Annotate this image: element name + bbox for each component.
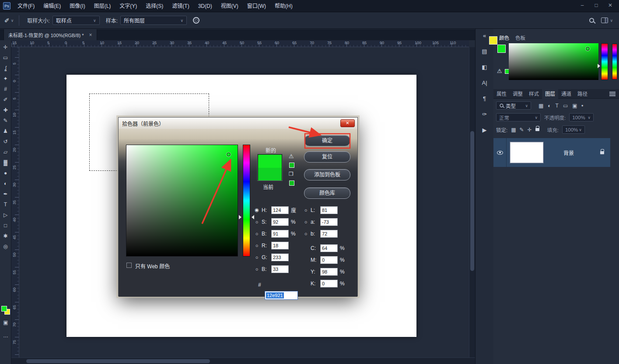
color-gradient-field[interactable] [126, 145, 238, 257]
brush-tool-icon[interactable]: ✎ [0, 115, 11, 126]
dialog-close-button[interactable]: ✕ [340, 119, 355, 127]
hand-tool-icon[interactable]: ✱ [0, 231, 11, 241]
filter-type-layers-icon[interactable]: T [556, 103, 559, 109]
field-value-input[interactable]: 33 [271, 265, 289, 273]
menu-item[interactable]: 编辑(E) [39, 0, 65, 12]
tab-layers[interactable]: 图层 [542, 89, 558, 99]
radio-button[interactable]: ○ [303, 219, 308, 225]
layers-panel-menu-icon[interactable] [609, 92, 616, 96]
blend-mode-select[interactable]: 正常 ∨ [496, 113, 541, 121]
lock-pixels-icon[interactable]: ✎ [520, 127, 524, 133]
document-tab[interactable]: 未标题-1-恢复的 @ 100%(RGB/8) * × [3, 29, 97, 40]
close-tab-icon[interactable]: × [89, 32, 92, 38]
menu-item[interactable]: 图层(L) [90, 0, 115, 12]
app-logo-icon[interactable]: Ps [3, 2, 10, 10]
vertical-scrollbar[interactable] [469, 47, 475, 357]
filter-smart-objects-icon[interactable]: ▣ [572, 103, 577, 109]
move-tool-icon[interactable]: ✛ [0, 42, 11, 52]
panel-tab[interactable]: 通道 [558, 89, 574, 99]
eyedropper-tool-icon[interactable]: ✐ [0, 94, 11, 105]
horizontal-scrollbar[interactable] [11, 357, 475, 364]
filter-toggle-icon[interactable]: ● [581, 104, 584, 107]
field-value-input[interactable]: 72 [320, 230, 338, 238]
filter-pixel-layers-icon[interactable]: ▦ [539, 103, 543, 109]
hex-input[interactable]: 12e921 [265, 291, 298, 300]
field-value-input[interactable]: 0 [320, 256, 338, 264]
current-tool-button[interactable]: ✐ ∨ [0, 12, 17, 28]
menu-item[interactable]: 窗口(W) [243, 0, 270, 12]
hue-slider-left-arrow[interactable] [239, 215, 241, 219]
gamut-warning-icon[interactable]: ⚠ [497, 68, 502, 74]
web-colors-checkbox[interactable] [126, 263, 132, 268]
workspace-switcher[interactable]: ∨ [601, 17, 613, 23]
fill-select[interactable]: 100% ∨ [562, 125, 585, 134]
type-tool-icon[interactable]: T [0, 199, 11, 210]
web-safe-cube-icon[interactable]: ❒ [289, 171, 294, 177]
clone-stamp-tool-icon[interactable]: ♟ [0, 126, 11, 136]
pen-tool-icon[interactable]: ✒ [0, 189, 11, 199]
field-value-input[interactable]: 64 [320, 244, 338, 252]
menu-item[interactable]: 滤镜(T) [168, 0, 193, 12]
dialog-title-bar[interactable]: 拾色器（前景色） ✕ [119, 118, 357, 129]
field-value-input[interactable]: 92 [271, 218, 289, 226]
foreground-background-swatches[interactable] [1, 306, 10, 315]
lock-all-icon[interactable] [535, 128, 539, 131]
sample-layers-select[interactable]: 所有图层 ∨ [120, 16, 187, 25]
screen-mode-icon[interactable]: … [0, 330, 11, 341]
properties-panel-icon[interactable]: ▤ [479, 46, 490, 56]
field-value-input[interactable]: -73 [320, 218, 338, 226]
gamut-warning-icon[interactable]: ⚠ [289, 153, 294, 159]
adjustments-panel-icon[interactable]: ◧ [479, 62, 490, 72]
gradient-tool-icon[interactable]: ▓ [0, 157, 11, 168]
close-window-button[interactable]: ✕ [603, 0, 617, 11]
vertical-scrollbar-thumb[interactable] [470, 131, 474, 271]
panel-tab[interactable]: 路径 [574, 89, 591, 99]
blur-tool-icon[interactable]: ● [0, 168, 11, 178]
sampling-ring-toggle-icon[interactable] [193, 17, 199, 24]
panel-tab[interactable]: 属性 [493, 89, 510, 99]
color-panel-gradient-field[interactable] [509, 43, 598, 80]
minimize-button[interactable]: – [575, 0, 589, 11]
actions-panel-icon[interactable]: ▶ [479, 125, 490, 135]
quick-mask-icon[interactable]: ▣ [0, 317, 11, 328]
character-panel-icon[interactable]: A| [479, 78, 490, 87]
horizontal-scrollbar-thumb[interactable] [26, 359, 210, 363]
sample-size-select[interactable]: 取样点 ∨ [52, 16, 100, 25]
lock-position-icon[interactable]: ✛ [528, 127, 532, 133]
dock-color-ramp[interactable] [612, 44, 617, 80]
ok-button[interactable]: 确定 [304, 135, 350, 146]
field-value-input[interactable]: 233 [271, 253, 289, 261]
rectangle-tool-icon[interactable]: □ [0, 220, 11, 231]
hue-strip[interactable] [601, 43, 608, 80]
radio-button[interactable]: ○ [303, 231, 308, 236]
field-value-input[interactable]: 98 [320, 268, 338, 276]
menu-item[interactable]: 文件(F) [13, 0, 39, 12]
panel-tab[interactable]: 调整 [510, 89, 526, 99]
color-field-marker[interactable] [227, 153, 231, 156]
layer-visibility-cell[interactable] [493, 138, 507, 167]
hue-slider[interactable] [243, 145, 250, 257]
field-value-input[interactable]: 124 [271, 206, 289, 214]
marquee-tool-icon[interactable]: ▭ [0, 52, 11, 63]
layer-row[interactable]: 背景 [493, 138, 610, 167]
reset-button[interactable]: 复位 [304, 151, 350, 163]
eye-icon[interactable] [497, 151, 503, 155]
search-icon[interactable] [589, 18, 594, 23]
field-value-input[interactable]: 81 [320, 206, 338, 214]
radio-button[interactable]: ○ [254, 255, 259, 260]
paragraph-panel-icon[interactable]: ¶ [479, 94, 490, 103]
collapse-panels-icon[interactable]: « [479, 31, 490, 40]
menu-item[interactable]: 图像(I) [65, 0, 89, 12]
filter-adjustment-layers-icon[interactable]: ◐ [548, 103, 551, 109]
lasso-tool-icon[interactable]: ʆ [0, 63, 11, 73]
eraser-tool-icon[interactable]: ▱ [0, 147, 11, 157]
menu-item[interactable]: 选择(S) [141, 0, 168, 12]
gamut-color-chip[interactable] [289, 163, 294, 168]
add-to-swatches-button[interactable]: 添加到色板 [304, 169, 350, 180]
radio-button[interactable]: ○ [254, 219, 259, 225]
field-value-input[interactable]: 18 [271, 242, 289, 250]
menu-item[interactable]: 视图(V) [217, 0, 243, 12]
radio-button[interactable]: ○ [303, 208, 308, 213]
panel-foreground-swatch[interactable] [497, 45, 506, 53]
color-field-marker[interactable] [586, 47, 590, 51]
